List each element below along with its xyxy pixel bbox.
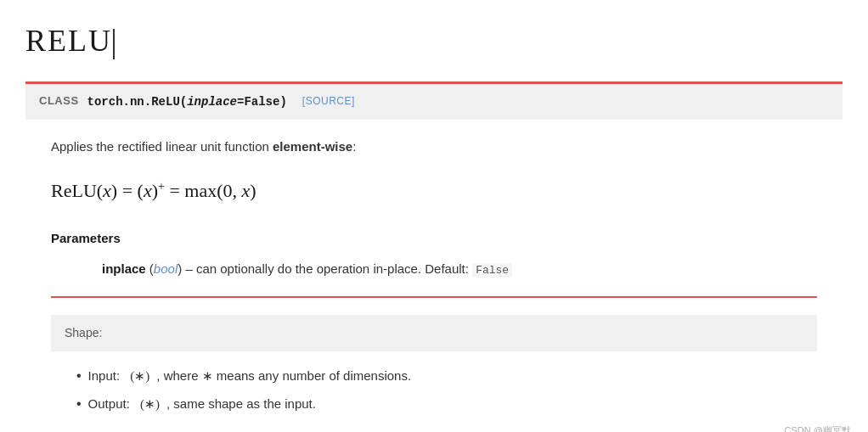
shape-output-label: Output: (88, 394, 133, 414)
class-function-signature: torch.nn.ReLU(inplace=False) (87, 93, 287, 111)
watermark: CSDN @幽冥默 (785, 424, 851, 432)
param-type-bool: bool (154, 261, 178, 276)
formula-x1: x (103, 180, 111, 201)
source-link[interactable]: [SOURCE] (302, 93, 355, 109)
page-wrapper: RELU CLASS torch.nn.ReLU(inplace=False) … (0, 0, 868, 432)
shape-output-text: , same shape as the input. (166, 394, 316, 414)
title-text: RELU (25, 24, 112, 58)
param-desc-inplace: – can optionally do the operation in-pla… (185, 261, 472, 276)
class-paren-close: ) (279, 95, 286, 109)
param-row-inplace: inplace (bool) – can optionally do the o… (102, 259, 817, 280)
shape-list: Input: (∗) , where ∗ means any number of… (76, 365, 817, 415)
class-param-val: False (244, 95, 279, 109)
class-module-name: torch.nn.ReLU (87, 95, 180, 109)
shape-box: Shape: (51, 315, 817, 351)
section-divider (51, 296, 817, 298)
formula-x3: x (242, 180, 251, 201)
class-paren-open: ( (180, 95, 187, 109)
param-name-inplace: inplace (102, 261, 146, 276)
math-formula: ReLU(x) = (x)+ = max(0, x) (51, 174, 817, 208)
shape-input-math: (∗) (130, 366, 149, 386)
class-keyword: CLASS (39, 93, 79, 110)
content-area: Applies the rectified linear unit functi… (25, 137, 843, 415)
parameters-title: Parameters (51, 228, 817, 249)
description-text: Applies the rectified linear unit functi… (51, 137, 817, 157)
parameters-section: Parameters inplace (bool) – can optional… (51, 228, 817, 280)
formula-sup: + (158, 180, 165, 193)
formula-x2: x (144, 180, 152, 201)
class-header: CLASS torch.nn.ReLU(inplace=False) [SOUR… (25, 81, 843, 120)
shape-output-math: (∗) (140, 394, 160, 414)
shape-section: Shape: Input: (∗) , where ∗ means any nu… (51, 315, 817, 415)
shape-input-text: , where ∗ means any number of dimensions… (156, 366, 411, 386)
title-cursor (113, 29, 115, 59)
shape-input-item: Input: (∗) , where ∗ means any number of… (76, 365, 817, 387)
class-param-name: inplace (187, 95, 237, 109)
shape-input-label: Input: (88, 366, 124, 386)
shape-title: Shape: (65, 326, 102, 339)
page-title: RELU (25, 17, 843, 66)
param-default-false: False (472, 263, 512, 278)
shape-output-item: Output: (∗) , same shape as the input. (76, 393, 817, 415)
